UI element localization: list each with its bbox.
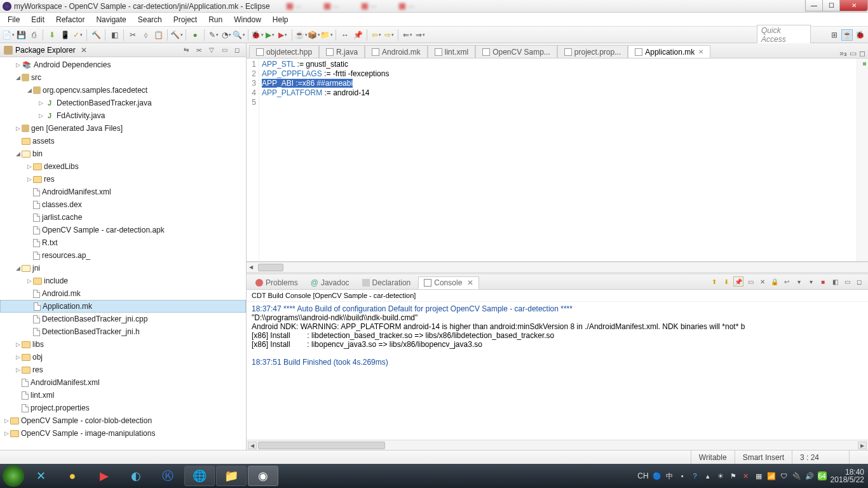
minimize-panel-icon[interactable]: ▭ — [842, 276, 852, 287]
search-button[interactable]: 🔍 — [233, 29, 245, 41]
tree-item[interactable]: DetectionBasedTracker.java — [57, 98, 152, 107]
tree-item[interactable]: Android.mk — [42, 289, 81, 298]
close-tab-icon[interactable]: ✕ — [467, 278, 473, 287]
tab-declaration[interactable]: Declaration — [357, 276, 416, 289]
more-tabs-button[interactable]: »₃ — [839, 49, 847, 58]
build-button[interactable]: 🔨 — [90, 29, 102, 41]
tree-item[interactable]: assets — [32, 137, 55, 146]
close-button[interactable]: ✕ — [839, 0, 868, 11]
scrollbar-thumb[interactable] — [258, 442, 385, 449]
tree-item[interactable]: AndroidManifest.xml — [42, 187, 111, 196]
taskbar-explorer[interactable]: 📁 — [216, 466, 247, 486]
next-button[interactable]: ⇒ — [414, 29, 426, 41]
tab-projprop[interactable]: project.prop... — [557, 45, 628, 58]
toggle-button[interactable]: ◧ — [109, 29, 120, 41]
tree-item[interactable]: res — [44, 175, 55, 184]
tray-speaker-icon[interactable]: 🔊 — [805, 471, 814, 480]
menu-refactor[interactable]: Refactor — [51, 14, 90, 25]
tray-icon[interactable]: 🔵 — [653, 471, 661, 480]
avd-manager-icon[interactable]: 📱 — [59, 29, 71, 41]
taskbar-app[interactable]: ▶ — [89, 466, 119, 486]
menu-file[interactable]: File — [3, 14, 25, 25]
cut-icon[interactable]: ✂ — [127, 29, 139, 41]
tree-item[interactable]: src — [31, 73, 41, 82]
quick-access-input[interactable]: Quick Access — [757, 25, 811, 45]
tray-icon[interactable]: 中 — [665, 471, 674, 480]
menu-edit[interactable]: Edit — [26, 14, 50, 25]
tree-item[interactable]: classes.dex — [42, 200, 82, 209]
tray-icon[interactable]: 📶 — [767, 471, 776, 480]
menu-run[interactable]: Run — [203, 14, 227, 25]
java-perspective-icon[interactable]: ☕ — [841, 29, 853, 41]
taskbar-ie[interactable]: 🌐 — [184, 466, 215, 486]
taskbar-app[interactable]: Ⓚ — [153, 466, 183, 486]
menu-search[interactable]: Search — [133, 14, 167, 25]
tab-problems[interactable]: Problems — [250, 276, 303, 289]
ime-indicator[interactable]: CH — [637, 471, 648, 480]
save-button[interactable]: 💾 — [15, 29, 27, 41]
collapse-all-icon[interactable]: ⇆ — [181, 46, 191, 55]
tray-icon[interactable]: ☀ — [716, 471, 725, 480]
view-menu-icon[interactable]: ▽ — [207, 46, 217, 55]
new-pkg-button[interactable]: ◔ — [220, 29, 232, 41]
scroll-down-icon[interactable]: ⬇ — [721, 276, 731, 287]
scroll-up-icon[interactable]: ⬆ — [709, 276, 719, 287]
code-content[interactable]: APP_STL := gnustl_static APP_CPPFLAGS :=… — [259, 58, 857, 261]
new-java-button[interactable]: ☕ — [295, 29, 307, 41]
tray-icon[interactable]: • — [678, 471, 687, 480]
tray-icon[interactable]: ✕ — [742, 471, 750, 480]
new-pkg-button2[interactable]: 📦 — [308, 29, 320, 41]
tab-lintxml[interactable]: lint.xml — [428, 45, 475, 58]
console-output[interactable]: 18:37:47 **** Auto Build of configuratio… — [247, 302, 868, 440]
run-button[interactable]: ▶ — [264, 29, 276, 41]
package-explorer-tree[interactable]: ▷📚Android Dependencies ◢src ◢org.opencv.… — [0, 57, 246, 450]
display-console-icon[interactable]: ▭ — [745, 276, 756, 287]
save-all-button[interactable]: ⎙ — [28, 29, 39, 41]
new-folder-button[interactable]: 📁 — [321, 29, 332, 41]
toggle-icon[interactable]: ◧ — [830, 276, 840, 287]
tree-item[interactable]: Android Dependencies — [34, 60, 111, 69]
menu-help[interactable]: Help — [268, 14, 294, 25]
stop-build-icon[interactable]: ■ — [818, 276, 828, 287]
tab-objdetect[interactable]: objdetect.hpp — [249, 45, 319, 58]
lint-icon[interactable]: ✓ — [72, 29, 83, 41]
menu-project[interactable]: Project — [168, 14, 202, 25]
maximize-panel-icon[interactable]: ◻ — [854, 276, 864, 287]
open-type-icon[interactable]: ● — [189, 29, 201, 41]
tree-item[interactable]: libs — [32, 340, 44, 349]
taskbar-app[interactable]: ◐ — [121, 466, 151, 486]
tray-icon[interactable]: ▦ — [754, 471, 763, 480]
minimize-editor-icon[interactable]: ▭ — [850, 49, 857, 58]
clear-console-icon[interactable]: ✕ — [757, 276, 768, 287]
tree-item[interactable]: bin — [32, 149, 43, 158]
tree-item[interactable]: DetectionBasedTracker_jni.cpp — [42, 315, 147, 323]
ddms-perspective-icon[interactable]: 🐞 — [854, 29, 865, 41]
taskbar-app[interactable]: ✕ — [25, 466, 56, 486]
ext-tools-button[interactable]: ▶ — [277, 29, 288, 41]
tray-icon[interactable]: 🛡 — [780, 471, 789, 480]
tab-opencvsamp[interactable]: OpenCV Samp... — [475, 45, 557, 58]
overview-ruler[interactable] — [857, 58, 868, 261]
tree-item[interactable]: OpenCV Sample - image-manipulations — [21, 429, 155, 438]
start-button[interactable] — [3, 465, 24, 487]
tray-icon[interactable]: ⚑ — [729, 471, 738, 480]
taskbar-eclipse[interactable]: ◉ — [248, 466, 278, 486]
editor-hscrollbar[interactable]: ◀ — [247, 262, 868, 272]
tab-javadoc[interactable]: @Javadoc — [306, 276, 355, 289]
tray-help-icon[interactable]: ? — [691, 471, 700, 480]
hammer-button[interactable]: 🔨 — [171, 29, 182, 41]
minimize-button[interactable]: — — [805, 0, 823, 11]
wrap-icon[interactable]: ↩ — [782, 276, 792, 287]
tree-item[interactable]: res — [32, 365, 43, 374]
tree-item[interactable]: jarlist.cache — [42, 213, 82, 222]
tree-item[interactable]: R.txt — [42, 238, 58, 247]
tab-appmk-active[interactable]: Application.mk✕ — [628, 45, 710, 58]
tab-console-active[interactable]: Console✕ — [418, 276, 479, 289]
prev-button[interactable]: ⇐ — [402, 29, 413, 41]
step-button[interactable]: ↔ — [339, 29, 351, 41]
nav-back-button[interactable]: ⇦ — [370, 29, 382, 41]
tray-chevron-up-icon[interactable]: ▴ — [703, 471, 712, 480]
tree-item[interactable]: project.properties — [31, 403, 90, 412]
maximize-editor-icon[interactable]: ◻ — [859, 49, 865, 58]
menu-navigate[interactable]: Navigate — [91, 14, 131, 25]
